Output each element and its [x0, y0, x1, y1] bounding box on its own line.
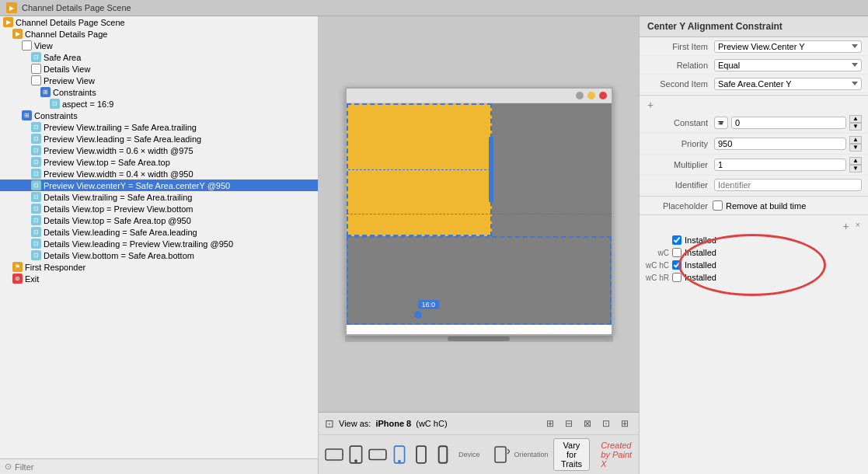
- frame-header: [347, 89, 612, 103]
- installed-section: + × Installed wC Installed: [640, 217, 868, 287]
- orientation-icon[interactable]: [494, 444, 510, 465]
- bottom-handle: [414, 311, 422, 319]
- nav-item-constraints-main[interactable]: ⊞Constraints: [0, 110, 318, 121]
- nav-label-channel-details-page: Channel Details Page: [25, 30, 107, 39]
- device-frame: 16:0: [345, 87, 613, 336]
- scroll-thumb: [448, 336, 510, 341]
- nav-item-c1[interactable]: ⊡Preview View.trailing = Safe Area.trail…: [0, 121, 318, 133]
- view-icon-3[interactable]: ⊠: [580, 416, 595, 431]
- device-name: iPhone 8: [375, 419, 411, 428]
- placeholder-checkbox[interactable]: [713, 200, 723, 211]
- installed-label-2: Installed: [685, 248, 716, 257]
- nav-item-c4[interactable]: ⊡Preview View.top = Safe Area.top: [0, 156, 318, 168]
- device-label: Device: [458, 451, 480, 458]
- device-iphone-small-portrait[interactable]: [412, 445, 431, 464]
- installed-x[interactable]: ×: [854, 220, 862, 232]
- view-as-bar: ⊡ View as: iPhone 8 (wC hC) ⊞ ⊟ ⊠ ⊡ ⊞: [319, 413, 639, 435]
- priority-stepper-down[interactable]: ▼: [849, 144, 862, 152]
- nav-item-c7[interactable]: ⊡Details View.trailing = Safe Area.trail…: [0, 191, 318, 203]
- device-iphone-landscape[interactable]: [368, 445, 387, 464]
- view-icon-2[interactable]: ⊟: [561, 416, 577, 431]
- view-icon-1[interactable]: ⊞: [542, 416, 558, 431]
- nav-item-channel-details-page-scene[interactable]: ▶Channel Details Page Scene: [0, 16, 318, 28]
- nav-label-constraints-preview: Constraints: [53, 88, 96, 97]
- priority-input[interactable]: [714, 138, 846, 150]
- installed-checkbox-2[interactable]: [672, 248, 682, 257]
- nav-label-c12: Details View.bottom = Safe Area.bottom: [44, 251, 194, 260]
- nav-item-channel-details-page[interactable]: ▶Channel Details Page: [0, 28, 318, 40]
- nav-label-constraints-main: Constraints: [34, 111, 78, 120]
- nav-item-c3[interactable]: ⊡Preview View.width = 0.6 × width @975: [0, 145, 318, 156]
- nav-item-aspect[interactable]: ⊡aspect = 16:9: [0, 98, 318, 110]
- nav-icon-blue-c: ⊞: [22, 110, 32, 120]
- separator-2: [640, 196, 868, 197]
- first-item-control: Preview View.Center Y: [714, 40, 862, 53]
- orientation-label: Orientation: [514, 451, 549, 458]
- nav-icon-red: ⊗: [12, 274, 23, 284]
- constant-stepper-down[interactable]: ▼: [849, 123, 862, 131]
- nav-icon-constraint: ⊡: [31, 250, 41, 260]
- constant-select[interactable]: =: [714, 117, 728, 129]
- installed-prefix-2: wC: [646, 249, 669, 257]
- filter-input[interactable]: [15, 462, 313, 472]
- priority-control: ▲ ▼: [714, 136, 862, 152]
- view-icon-4[interactable]: ⊡: [598, 416, 614, 431]
- installed-checkbox-3[interactable]: [672, 260, 682, 270]
- nav-item-c9[interactable]: ⊡Details View.top = Safe Area.top @950: [0, 214, 318, 226]
- priority-stepper-up[interactable]: ▲: [849, 136, 862, 144]
- nav-label-c2: Preview View.leading = Safe Area.leading: [44, 134, 201, 144]
- nav-label-c10: Details View.leading = Safe Area.leading: [44, 228, 197, 237]
- canvas-scrollbar[interactable]: [345, 336, 613, 342]
- installed-row-2: wC Installed: [646, 246, 862, 259]
- installed-checkbox-1[interactable]: [672, 235, 682, 245]
- titlebar-title: Channel Details Page Scene: [22, 3, 131, 12]
- device-ipad-landscape[interactable]: [325, 445, 343, 464]
- device-iphone-portrait-selected[interactable]: [390, 445, 409, 464]
- nav-item-details-view[interactable]: Details View: [0, 63, 318, 75]
- view-icon-5[interactable]: ⊞: [617, 416, 633, 431]
- nav-label-first-responder: First Responder: [25, 263, 85, 272]
- device-ipad-portrait[interactable]: [347, 445, 365, 464]
- nav-item-constraints-preview[interactable]: ⊞Constraints: [0, 86, 318, 98]
- second-item-select[interactable]: Safe Area.Center Y: [714, 78, 862, 90]
- multiplier-row: Multiplier ▲ ▼: [640, 155, 868, 176]
- relation-select[interactable]: Equal: [714, 59, 862, 71]
- second-item-control: Safe Area.Center Y: [714, 78, 862, 90]
- first-item-select[interactable]: Preview View.Center Y: [714, 40, 862, 53]
- plus-button[interactable]: +: [646, 99, 655, 111]
- identifier-input[interactable]: [714, 179, 862, 191]
- nav-item-first-responder[interactable]: ⚑First Responder: [0, 261, 318, 273]
- installed-section-wrapper: + × Installed wC Installed: [640, 217, 868, 287]
- constant-control: = ▲ ▼: [714, 115, 862, 131]
- installed-plus[interactable]: +: [841, 220, 850, 232]
- nav-icon-constraint: ⊡: [31, 239, 41, 249]
- nav-item-view[interactable]: View: [0, 40, 318, 51]
- nav-item-safe-area[interactable]: ⊡Safe Area: [0, 51, 318, 63]
- nav-item-c5[interactable]: ⊡Preview View.width = 0.4 × width @950: [0, 168, 318, 179]
- plus-row: +: [640, 97, 868, 113]
- device-bar: Device Orientation Vary for Traits Creat…: [319, 435, 639, 474]
- installed-checkbox-4[interactable]: [672, 273, 682, 282]
- installed-row-3: wC hC Installed: [646, 259, 862, 271]
- nav-item-c2[interactable]: ⊡Preview View.leading = Safe Area.leadin…: [0, 133, 318, 145]
- multiplier-stepper-up[interactable]: ▲: [849, 157, 862, 165]
- nav-item-c11[interactable]: ⊡Details View.leading = Preview View.tra…: [0, 238, 318, 249]
- canvas-content: 16:0: [347, 103, 612, 325]
- canvas-bottom: ⊡ View as: iPhone 8 (wC hC) ⊞ ⊟ ⊠ ⊡ ⊞: [319, 412, 639, 474]
- installed-check-3: Installed: [672, 260, 716, 270]
- constant-stepper-up[interactable]: ▲: [849, 115, 862, 123]
- nav-item-exit[interactable]: ⊗Exit: [0, 273, 318, 284]
- device-iphone-small-2[interactable]: [434, 445, 452, 464]
- nav-item-c10[interactable]: ⊡Details View.leading = Safe Area.leadin…: [0, 226, 318, 238]
- identifier-control: [714, 179, 862, 191]
- nav-icon-view: [22, 40, 32, 51]
- nav-item-c8[interactable]: ⊡Details View.top = Preview View.bottom: [0, 203, 318, 214]
- multiplier-input[interactable]: [714, 159, 846, 171]
- nav-item-c6[interactable]: ⊡Preview View.centerY = Safe Area.center…: [0, 179, 318, 191]
- constant-input[interactable]: [731, 117, 846, 129]
- second-item-row: Second Item Safe Area.Center Y: [640, 75, 868, 93]
- nav-item-preview-view[interactable]: Preview View: [0, 75, 318, 86]
- multiplier-stepper-down[interactable]: ▼: [849, 165, 862, 173]
- vary-for-traits-button[interactable]: Vary for Traits: [553, 438, 591, 471]
- nav-item-c12[interactable]: ⊡Details View.bottom = Safe Area.bottom: [0, 249, 318, 261]
